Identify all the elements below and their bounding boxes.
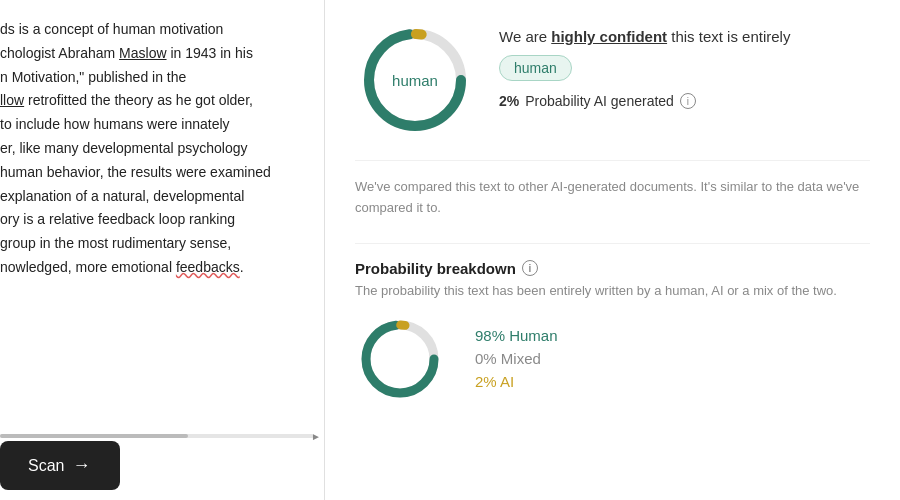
confidence-text: We are highly confident this text is ent… [499,28,790,45]
right-panel: human We are highly confident this text … [325,0,900,500]
donut-main-label: human [392,72,438,89]
stat-mixed: 0% Mixed [475,350,558,367]
stat-ai: 2% AI [475,373,558,390]
main-donut-chart: human [355,20,475,140]
result-info: We are highly confident this text is ent… [499,20,790,109]
scan-label: Scan [28,457,64,475]
scroll-right-arrow[interactable]: ► [308,428,324,444]
human-badge: human [499,55,572,81]
breakdown-info-icon[interactable]: i [522,260,538,276]
breakdown-section: Probability breakdown i The probability … [355,243,870,404]
probability-info-icon[interactable]: i [680,93,696,109]
result-section: human We are highly confident this text … [355,20,870,140]
breakdown-stats: 98% Human 0% Mixed 2% AI [475,327,558,390]
scrollbar[interactable]: ► [0,432,324,440]
scan-arrow-icon: → [72,455,90,476]
scan-button[interactable]: Scan → [0,441,120,490]
breakdown-desc: The probability this text has been entir… [355,283,870,298]
comparison-text: We've compared this text to other AI-gen… [355,160,870,219]
stat-human: 98% Human [475,327,558,344]
document-text: ds is a concept of human motivation chol… [0,10,304,280]
breakdown-title: Probability breakdown i [355,260,870,277]
left-panel: ds is a concept of human motivation chol… [0,0,325,500]
probability-line: 2% Probability AI generated i [499,93,790,109]
breakdown-content: 98% Human 0% Mixed 2% AI [355,314,870,404]
small-donut-chart [355,314,445,404]
